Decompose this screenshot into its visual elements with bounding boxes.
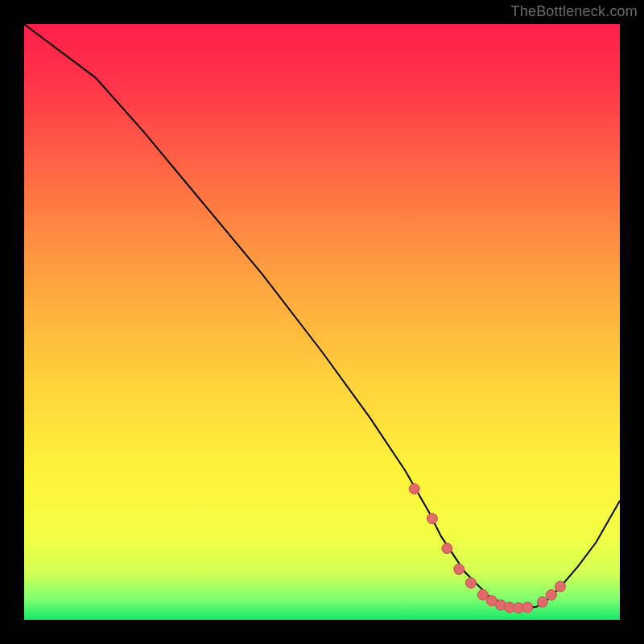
plot-area <box>24 24 620 620</box>
curve-marker <box>466 578 477 588</box>
curve-marker <box>477 589 488 600</box>
curve-marker <box>537 597 547 607</box>
gradient-background <box>24 24 620 620</box>
curve-marker <box>427 514 437 524</box>
curve-marker <box>442 543 452 554</box>
chart-svg <box>24 24 620 620</box>
chart-stage: TheBottleneck.com <box>0 0 644 644</box>
watermark-text: TheBottleneck.com <box>511 3 638 20</box>
curve-marker <box>555 581 566 592</box>
curve-marker <box>409 484 419 494</box>
curve-marker <box>522 602 533 613</box>
curve-marker <box>546 589 556 600</box>
curve-marker <box>454 564 464 575</box>
